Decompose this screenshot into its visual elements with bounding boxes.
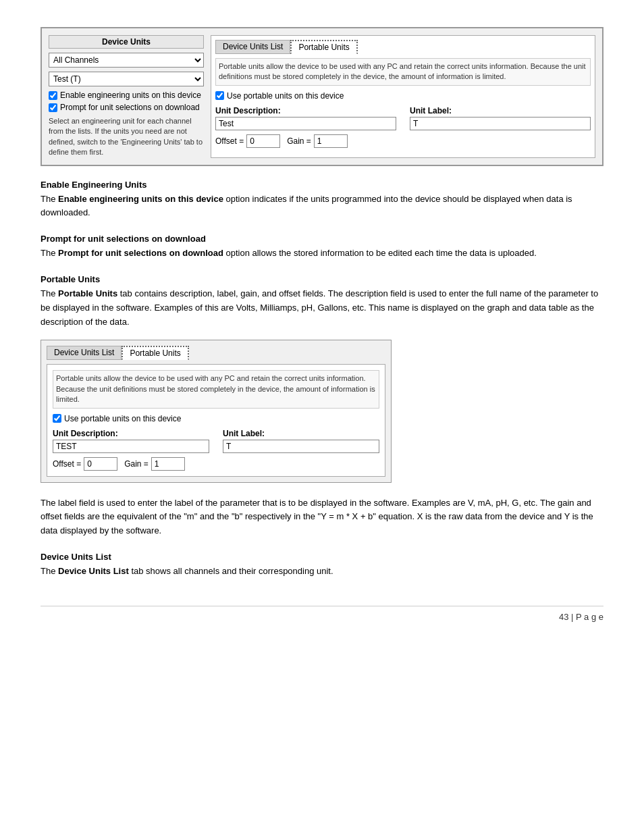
section-heading-1: Enable Engineering Units [41,180,603,190]
after-small-dialog-para: The label field is used to enter the lab… [41,496,603,538]
prompt-download-checkbox[interactable] [49,103,57,112]
small-unit-description-label: Unit Description: [53,429,209,438]
small-offset-label: Offset = [53,459,81,469]
right-tab-bar: Device Units List Portable Units [215,40,591,54]
small-use-portable-checkbox[interactable] [53,414,61,423]
tab-portable-units[interactable]: Portable Units [290,40,357,54]
test-dropdown[interactable]: Test (T) [49,72,204,86]
unit-label-input[interactable] [410,117,591,130]
small-gain-label: Gain = [124,459,149,469]
right-panel: Device Units List Portable Units Portabl… [211,35,595,158]
section-heading-3: Portable Units [41,274,603,284]
left-panel-title: Device Units [49,35,204,49]
right-info-text: Portable units allow the device to be us… [215,58,591,86]
page-footer: 43 | P a g e [41,606,603,622]
left-panel: Device Units All Channels Test (T) Enabl… [49,35,204,158]
use-portable-checkbox-row: Use portable units on this device [215,91,591,101]
small-tab-portable-units[interactable]: Portable Units [122,346,188,360]
small-info-text: Portable units allow the device to be us… [53,370,379,408]
unit-label-label: Unit Label: [410,106,591,115]
gain-label: Gain = [287,136,311,146]
unit-description-label: Unit Description: [215,106,396,115]
use-portable-checkbox[interactable] [215,91,224,100]
small-unit-description-input[interactable] [53,440,209,453]
small-unit-label-label: Unit Label: [223,429,379,438]
small-gain-input[interactable] [151,457,185,471]
enable-engineering-label: Enable engineering units on this device [60,90,201,100]
prompt-download-label: Prompt for unit selections on download [60,103,200,112]
use-portable-label: Use portable units on this device [227,91,344,101]
channel-dropdown[interactable]: All Channels [49,53,204,68]
offset-input[interactable] [246,134,280,148]
small-use-portable-checkbox-row: Use portable units on this device [53,414,379,423]
small-unit-label-input[interactable] [223,440,379,453]
small-dialog: Device Units List Portable Units Portabl… [41,340,392,482]
unit-label-group: Unit Label: [410,106,591,130]
small-offset-input[interactable] [84,457,117,471]
main-dialog: Device Units All Channels Test (T) Enabl… [41,27,603,166]
small-gain-group: Gain = [124,457,185,471]
section-heading-2: Prompt for unit selections on download [41,234,603,244]
unit-description-group: Unit Description: [215,106,396,130]
small-offset-group: Offset = [53,457,117,471]
tab-device-units-list[interactable]: Device Units List [215,40,290,54]
enable-engineering-checkbox-row: Enable engineering units on this device [49,90,204,100]
section-para-3: The Portable Units tab contains descript… [41,287,603,329]
unit-fields-row: Unit Description: Unit Label: [215,106,591,130]
section-para-device-units-list: The Device Units List tab shows all chan… [41,565,603,579]
left-panel-note: Select an engineering unit for each chan… [49,116,204,158]
small-tab-bar: Device Units List Portable Units [47,346,385,360]
offset-gain-row: Offset = Gain = [215,134,591,148]
enable-engineering-checkbox[interactable] [49,91,57,100]
small-dialog-inner: Portable units allow the device to be us… [47,364,385,476]
section-para-1: The Enable engineering units on this dev… [41,192,603,221]
gain-group: Gain = [287,134,348,148]
offset-label: Offset = [215,136,244,146]
small-unit-label-group: Unit Label: [223,429,379,453]
small-tab-device-units-list[interactable]: Device Units List [47,346,122,360]
page-number: 43 | P a g e [559,612,603,622]
section-heading-device-units-list: Device Units List [41,552,603,562]
unit-description-input[interactable] [215,117,396,130]
small-use-portable-label: Use portable units on this device [64,414,181,423]
prompt-download-checkbox-row: Prompt for unit selections on download [49,103,204,112]
offset-group: Offset = [215,134,280,148]
small-unit-description-group: Unit Description: [53,429,209,453]
gain-input[interactable] [314,134,348,148]
small-offset-gain-row: Offset = Gain = [53,457,379,471]
small-unit-fields-row: Unit Description: Unit Label: [53,429,379,453]
section-para-2: The Prompt for unit selections on downlo… [41,246,603,261]
